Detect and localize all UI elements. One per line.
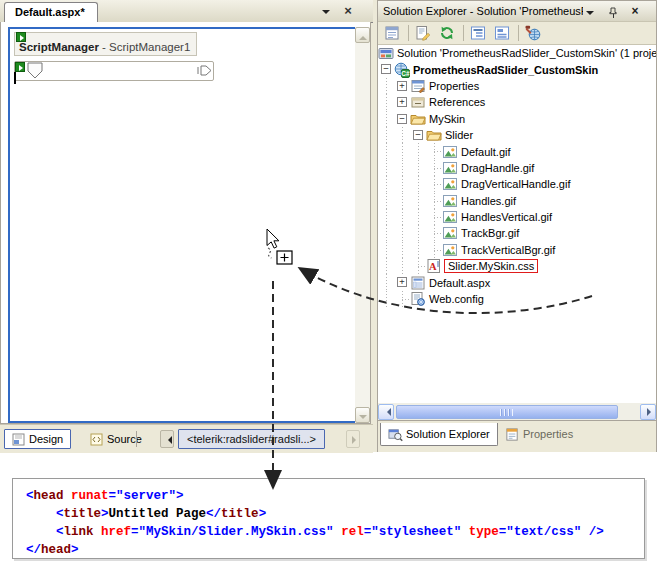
tree-item-label: PrometheusRadSlider_CustomSkin [411,64,600,76]
tag-navigator-radslider[interactable]: <telerik:radslider#radsli...> [178,429,325,449]
collapse-icon[interactable]: − [413,130,423,140]
tree-guide [410,160,426,176]
expand-icon[interactable]: + [397,97,407,107]
tree-item-label: Default.gif [459,146,513,158]
tree-guide [394,258,410,274]
tree-item-label: MySkin [427,113,467,125]
radslider-control[interactable] [14,61,214,81]
scroll-down-icon[interactable] [355,407,370,423]
css-file-icon: A [426,258,443,274]
design-surface[interactable]: ScriptManager - ScriptManager1 [8,27,358,423]
tree-item[interactable]: +References [378,94,656,110]
tree-item[interactable]: Web.config [378,291,656,307]
image-file-icon [442,193,459,209]
code-line: </head> [26,541,644,559]
tree-guide [426,143,442,159]
tab-solution-explorer[interactable]: Solution Explorer [380,423,498,446]
tree-item[interactable]: −MySkin [378,111,656,127]
view-code-icon[interactable] [413,23,435,43]
aspx-file-icon [410,275,427,291]
expand-icon[interactable]: + [397,277,407,287]
tag-navigator-back-icon[interactable] [160,430,174,448]
tree-item-label: DragVerticalHandle.gif [459,178,572,190]
solution-explorer-titlebar[interactable]: Solution Explorer - Solution 'Prometheus… [378,1,656,22]
separator [518,25,519,41]
tree-item[interactable]: DragVerticalHandle.gif [378,176,656,192]
tree-item[interactable]: ASlider.MySkin.css [378,258,656,274]
solution-tree: Solution 'PrometheusRadSlider_CustomSkin… [378,45,656,403]
tree-item-label-highlighted: Slider.MySkin.css [444,259,538,273]
tab-properties[interactable]: Properties [498,423,580,445]
tree-horizontal-scrollbar[interactable] [378,403,656,420]
expand-icon[interactable]: + [397,81,407,91]
tree-item[interactable]: HandlesVertical.gif [378,209,656,225]
tree-item[interactable]: −C#PrometheusRadSlider_CustomSkin [378,61,656,77]
tree-guide [410,209,426,225]
tab-default-aspx[interactable]: Default.aspx* [4,2,98,22]
tree-guide [378,291,394,307]
project-icon: C# [394,62,411,78]
tree-item[interactable]: +Default.aspx [378,274,656,290]
refresh-icon[interactable] [437,23,459,43]
scrollbar-thumb[interactable] [396,405,618,419]
document-close-icon[interactable]: × [340,4,356,19]
nest-related-files-icon[interactable] [468,23,490,43]
tree-guide [394,291,410,307]
scriptmanager-control[interactable]: ScriptManager - ScriptManager1 [14,32,197,56]
svg-text:C#: C# [401,69,410,76]
tree-item[interactable]: DragHandle.gif [378,160,656,176]
close-panel-icon[interactable]: × [628,5,642,19]
design-vertical-scrollbar[interactable] [355,27,370,423]
image-file-icon [442,209,459,225]
tree-item-label: TrackVerticalBgr.gif [459,244,557,256]
tree-guide [394,225,410,241]
tree-guide [378,225,394,241]
tree-guide [426,242,442,258]
tree-item-label: TrackBgr.gif [459,227,521,239]
image-file-icon [442,144,459,160]
scroll-up-icon[interactable] [355,27,370,43]
folder-icon [426,127,443,143]
text-caret [14,72,16,84]
solution-explorer-title: Solution Explorer - Solution 'Prometheus… [383,1,583,21]
tree-item[interactable]: TrackBgr.gif [378,225,656,241]
tree-guide [410,242,426,258]
properties-icon[interactable] [382,23,404,43]
document-list-dropdown-icon[interactable] [318,4,334,19]
auto-hide-pin-icon[interactable] [606,5,620,19]
tree-item-label: Slider [443,129,475,141]
tree-guide [378,160,394,176]
tree-guide [394,160,410,176]
collapse-icon[interactable]: − [397,114,407,124]
tree-item[interactable]: Default.gif [378,143,656,159]
design-view-button[interactable]: Design [4,429,71,449]
tree-item[interactable]: TrackVerticalBgr.gif [378,242,656,258]
tree-guide: − [410,127,426,143]
tree-item-label: Default.aspx [427,277,492,289]
tree-item[interactable]: −Slider [378,127,656,143]
view-class-diagram-icon[interactable] [492,23,514,43]
copy-web-site-icon[interactable] [523,23,545,43]
tree-guide [378,127,394,143]
tree-item[interactable]: +Properties [378,78,656,94]
tree-item[interactable]: Handles.gif [378,193,656,209]
tree-item[interactable]: Solution 'PrometheusRadSlider_CustomSkin… [378,45,656,61]
smart-tag-icon[interactable] [15,62,25,72]
source-view-button[interactable]: Source [82,429,150,449]
code-line: <head runat="server"> [26,487,644,505]
view-switch-bar: Design Source <telerik:radslider#radsli.… [0,424,373,453]
collapse-icon[interactable]: − [381,64,391,74]
scroll-left-icon[interactable] [378,404,394,420]
window-position-dropdown-icon[interactable] [583,5,597,19]
document-tabstrip: Default.aspx* × [0,0,373,23]
source-view-icon [90,433,103,446]
tag-navigator-forward-icon[interactable] [346,430,360,448]
tree-guide: + [394,94,410,110]
tree-guide: − [394,111,410,127]
design-view: ScriptManager - ScriptManager1 [0,22,371,424]
ide-top-region: Default.aspx* × ScriptManager - ScriptMa… [0,0,657,452]
tree-guide [378,242,394,258]
image-file-icon [442,242,459,258]
references-icon [410,94,427,110]
scroll-right-icon[interactable] [640,404,656,420]
